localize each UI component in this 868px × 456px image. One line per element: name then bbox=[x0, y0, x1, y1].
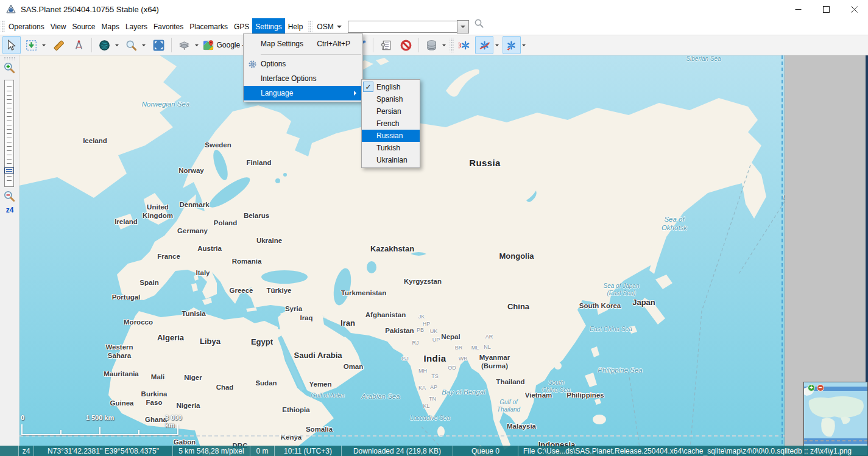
map-country-label: Egypt bbox=[251, 337, 273, 347]
submenu-arrow-icon bbox=[354, 91, 359, 96]
language-item-russian[interactable]: Russian bbox=[362, 130, 420, 142]
map-country-label: Turkmenistan bbox=[341, 289, 387, 298]
measure-button[interactable] bbox=[69, 36, 88, 54]
map-source-dropdown[interactable]: OSM bbox=[313, 18, 345, 35]
block-button[interactable] bbox=[397, 36, 415, 54]
language-item-spanish[interactable]: Spanish bbox=[362, 93, 420, 105]
map-region-code: OD bbox=[448, 365, 456, 371]
settings-menu: Map SettingsCtrl+Alt+POptionsInterface O… bbox=[243, 33, 363, 102]
download-manager-button[interactable] bbox=[175, 36, 193, 54]
gps-follow-button[interactable] bbox=[503, 36, 521, 54]
map-country-label: Myanmar (Burma) bbox=[479, 354, 510, 371]
status-bar: z4N73°31'42.2381" E39°54'08.4375"5 km 54… bbox=[0, 446, 868, 456]
dropdown-arrow-icon[interactable] bbox=[493, 37, 501, 54]
menu-operations[interactable]: Operations bbox=[5, 18, 48, 35]
language-label: Turkish bbox=[376, 144, 400, 152]
mapsource-grip[interactable] bbox=[308, 21, 312, 32]
menu-item-language[interactable]: Language bbox=[244, 86, 362, 100]
dropdown-arrow-icon[interactable] bbox=[140, 37, 147, 54]
select-region-button[interactable] bbox=[23, 36, 41, 54]
toolbar: Google - bbox=[0, 35, 868, 55]
status-pad bbox=[0, 446, 18, 456]
zoom-in-icon[interactable] bbox=[3, 61, 15, 74]
cursor-button[interactable] bbox=[2, 36, 21, 54]
map-country-label: Sudan bbox=[255, 379, 277, 388]
ruler-button[interactable] bbox=[49, 36, 68, 54]
overview-minimap[interactable]: + − bbox=[803, 382, 868, 456]
dropdown-arrow-icon[interactable] bbox=[113, 37, 121, 54]
map-country-label: Malaysia bbox=[507, 423, 536, 431]
menu-placemarks[interactable]: Placemarks bbox=[186, 18, 231, 35]
sidebar-grip[interactable] bbox=[4, 57, 15, 60]
menubar-grip[interactable] bbox=[1, 21, 5, 32]
scale-label-middle: 1 500 km bbox=[86, 414, 114, 421]
dropdown-arrow-icon[interactable] bbox=[440, 37, 448, 54]
language-item-ukrainian[interactable]: Ukrainian bbox=[362, 154, 420, 166]
checkmark-icon: ✓ bbox=[363, 82, 373, 92]
language-item-persian[interactable]: Persian bbox=[362, 105, 420, 118]
map-country-label: Burkina Faso bbox=[141, 390, 168, 407]
globe-button[interactable] bbox=[95, 36, 113, 54]
menu-gps[interactable]: GPS bbox=[231, 18, 252, 35]
menu-item-map-settings[interactable]: Map SettingsCtrl+Alt+P bbox=[244, 35, 362, 52]
language-submenu: ✓EnglishSpanishPersianFrenchRussianTurki… bbox=[361, 79, 420, 168]
search-combo-dropdown[interactable] bbox=[457, 20, 469, 33]
cache-icon bbox=[426, 40, 437, 51]
zoom-rect-button[interactable] bbox=[122, 36, 141, 54]
menu-favorites[interactable]: Favorites bbox=[150, 18, 186, 35]
map-country-label: Philippines bbox=[566, 391, 604, 400]
dropdown-arrow-icon[interactable] bbox=[193, 37, 200, 54]
status-coordinates: N73°31'42.2381" E39°54'08.4375" bbox=[34, 446, 172, 456]
status-zoom-level: z4 bbox=[18, 446, 34, 456]
menu-item-options[interactable]: Options bbox=[244, 57, 362, 71]
title-bar[interactable]: SAS.Planet 250404.10755 Stable (x64) bbox=[0, 0, 868, 18]
map-region-code: UP bbox=[432, 337, 440, 343]
menu-maps[interactable]: Maps bbox=[99, 18, 122, 35]
map-region-code: AR bbox=[485, 334, 493, 340]
dropdown-arrow-icon[interactable] bbox=[520, 37, 528, 54]
gps-track-button[interactable] bbox=[475, 36, 493, 54]
toolbar-grip[interactable] bbox=[450, 38, 454, 52]
ruler-icon bbox=[53, 40, 65, 51]
map-country-label: Italy bbox=[196, 269, 210, 278]
cache-button[interactable] bbox=[423, 36, 441, 54]
measure-icon bbox=[73, 40, 85, 51]
menu-help[interactable]: Help bbox=[285, 18, 306, 35]
google-maps-button[interactable]: Google - bbox=[202, 36, 245, 54]
close-button[interactable] bbox=[840, 0, 868, 18]
map-country-label: Algeria bbox=[157, 333, 184, 343]
map-country-label: Portugal bbox=[112, 293, 141, 302]
gps-connect-button[interactable] bbox=[455, 36, 473, 54]
minimap-zoom-in-button[interactable]: + bbox=[808, 384, 815, 391]
language-label: Russian bbox=[376, 132, 403, 140]
menu-item-label: Language bbox=[261, 89, 362, 97]
map-sea-label: East China Sea bbox=[590, 326, 632, 333]
search-icon[interactable] bbox=[474, 18, 484, 28]
block-icon bbox=[400, 40, 412, 51]
zoom-out-icon[interactable] bbox=[3, 190, 15, 202]
menu-item-interface-options[interactable]: Interface Options bbox=[244, 71, 362, 86]
language-item-french[interactable]: French bbox=[362, 118, 420, 130]
map-sea-label: Siberian Sea bbox=[686, 55, 721, 63]
placemark-list-button[interactable] bbox=[377, 36, 395, 54]
search-input[interactable] bbox=[348, 21, 457, 33]
minimize-button[interactable] bbox=[784, 0, 812, 18]
menu-layers[interactable]: Layers bbox=[122, 18, 150, 35]
menu-settings[interactable]: Settings bbox=[252, 18, 284, 35]
zoom-slider-handle[interactable] bbox=[4, 167, 14, 174]
status-clock: 10:11 (UTC+3) bbox=[274, 446, 341, 456]
menu-source[interactable]: Source bbox=[69, 18, 99, 35]
status-elevation: 0 m bbox=[250, 446, 274, 456]
language-item-turkish[interactable]: Turkish bbox=[362, 142, 420, 154]
map-country-label: France bbox=[157, 253, 180, 261]
minimap-zoom-out-button[interactable]: − bbox=[817, 384, 824, 391]
menu-view[interactable]: View bbox=[48, 18, 69, 35]
placemark-list-icon bbox=[380, 40, 392, 51]
fullscreen-button[interactable] bbox=[149, 36, 168, 54]
map-region-code: JK bbox=[418, 314, 425, 320]
maximize-button[interactable] bbox=[812, 0, 840, 18]
zoom-slider[interactable] bbox=[4, 80, 14, 187]
language-item-english[interactable]: ✓English bbox=[362, 81, 420, 93]
dropdown-arrow-icon[interactable] bbox=[40, 37, 48, 54]
chevron-down-icon bbox=[460, 26, 465, 30]
